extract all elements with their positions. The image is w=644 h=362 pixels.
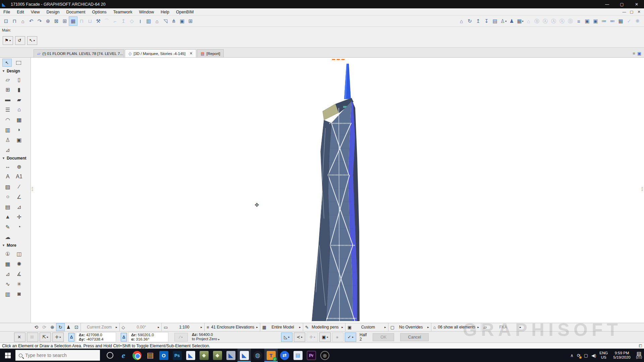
- section-tool[interactable]: ①: [2, 249, 13, 259]
- toolbox-section-design[interactable]: ▼ Design: [2, 68, 31, 74]
- library-manager-icon[interactable]: ⌂: [19, 17, 27, 25]
- beam-tool[interactable]: ▬: [2, 95, 13, 105]
- rebuild-story-icon[interactable]: ↻: [466, 17, 474, 25]
- figure-tool[interactable]: ▤: [2, 202, 13, 212]
- photoshop-icon[interactable]: Ps: [170, 349, 184, 362]
- list-remove-icon[interactable]: ≕: [608, 17, 616, 25]
- next-zoom-icon[interactable]: ⟳: [40, 323, 48, 331]
- undo-icon[interactable]: ↶: [27, 17, 35, 25]
- worksheet-tool[interactable]: ☁: [2, 232, 13, 242]
- tab-report[interactable]: ▤ [Report]: [197, 49, 224, 57]
- detail-tool[interactable]: ◔: [13, 222, 25, 232]
- menu-item[interactable]: View: [28, 8, 43, 16]
- lock-closed-icon[interactable]: ⊓: [77, 17, 86, 25]
- reference-frame-button[interactable]: ▣▸: [319, 333, 331, 342]
- fillet-icon[interactable]: ⌒: [103, 17, 111, 25]
- overrides-field[interactable]: ▢ No Overrides ▸: [388, 323, 431, 331]
- dz-value[interactable]: 56400.0: [199, 333, 213, 337]
- restore-button[interactable]: ▢: [614, 0, 629, 8]
- taskbar-search[interactable]: [15, 350, 100, 361]
- frame-view-2-icon[interactable]: ▣: [592, 17, 600, 25]
- line-tool[interactable]: ∕: [13, 182, 25, 192]
- pen-set-field[interactable]: ✎ Modelling pens ▸: [303, 323, 345, 331]
- notes-icon[interactable]: ▤: [291, 349, 305, 362]
- z-coordinate-field[interactable]: Δz: 56400.0 to Project Zero ▸: [189, 332, 229, 342]
- drawing-link-icon[interactable]: ▣: [178, 17, 186, 25]
- tray-display-icon[interactable]: ▢: [584, 353, 588, 358]
- image-tool[interactable]: ▥: [2, 289, 13, 299]
- rotate-view-button[interactable]: ↺: [15, 36, 25, 45]
- building-survey-icon[interactable]: ▥: [145, 17, 153, 25]
- document-window-controls[interactable]: —▢✕: [621, 10, 644, 14]
- notification-center[interactable]: ▤ (21): [636, 352, 642, 359]
- orbit-icon[interactable]: ↻: [56, 323, 64, 331]
- pop-up-navigator-icon[interactable]: ▣: [637, 51, 641, 56]
- tab-overview-icon[interactable]: ≡: [633, 51, 635, 56]
- label-style-3-icon[interactable]: Ⓐ: [550, 17, 558, 25]
- object-list-icon[interactable]: ♟: [508, 17, 516, 25]
- cortana-icon[interactable]: [103, 349, 117, 362]
- start-button[interactable]: [0, 349, 15, 362]
- internet-explorer-icon[interactable]: e: [117, 349, 130, 362]
- archicad-icon[interactable]: ◣: [184, 349, 197, 362]
- dr-value[interactable]: 590201.0: [138, 333, 154, 337]
- guid-icon[interactable]: ▦: [617, 17, 625, 25]
- wall-tool[interactable]: ▱: [2, 74, 13, 84]
- xy-coordinate-field[interactable]: Δx: 427098.0 Δy: -407338.4: [76, 332, 116, 342]
- tab-3d-marquee[interactable]: ◇ [3D / Marquee, Stories -4-145] ✕: [125, 49, 196, 57]
- marquee-select-tool[interactable]: [14, 59, 23, 66]
- label-style-2-icon[interactable]: Ⓐ: [541, 17, 549, 25]
- render-settings-icon[interactable]: ✺: [634, 17, 642, 25]
- circle-tool[interactable]: ○: [2, 192, 13, 202]
- fill-tool[interactable]: ▨: [2, 182, 13, 192]
- go-up-story-icon[interactable]: ↥: [474, 17, 482, 25]
- column-beam-icon[interactable]: I: [136, 17, 144, 25]
- ra-coordinate-field[interactable]: Δr: 590201.0 α: 316.36°: [128, 332, 168, 342]
- solid-operations-icon[interactable]: ◇: [128, 17, 136, 25]
- section-marker-tool[interactable]: ✛: [13, 212, 25, 222]
- elevation-tool[interactable]: ◫: [13, 249, 25, 259]
- obs-icon[interactable]: ◎: [318, 349, 331, 362]
- profile-manager-icon[interactable]: ⌂: [153, 17, 161, 25]
- frame-view-1-icon[interactable]: ▣: [583, 17, 591, 25]
- toolbox-section-document[interactable]: ▼ Document: [2, 155, 31, 162]
- menu-item[interactable]: Help: [157, 8, 173, 16]
- slab-tool[interactable]: ▰: [13, 95, 25, 105]
- close-button[interactable]: ✕: [629, 0, 644, 8]
- previous-zoom-icon[interactable]: ⟲: [32, 323, 40, 331]
- lock-layers-icon[interactable]: ⊓: [10, 17, 18, 25]
- publish-page-icon[interactable]: ▤: [491, 17, 499, 25]
- drawing-tool[interactable]: ✎: [2, 222, 13, 232]
- custom-field[interactable]: ▣ Custom ▸: [345, 323, 388, 331]
- tab-close-icon[interactable]: ✕: [190, 51, 193, 56]
- dy-value[interactable]: -407338.4: [86, 337, 104, 341]
- label-style-4-icon[interactable]: Ⓐ: [558, 17, 566, 25]
- menu-item[interactable]: File: [0, 8, 13, 16]
- hotspot-tool[interactable]: ✳: [13, 279, 25, 289]
- check-list-icon[interactable]: ✓: [625, 17, 633, 25]
- zone-tool[interactable]: ▣: [13, 135, 25, 145]
- angle-dimension-tool[interactable]: ∡: [13, 269, 25, 279]
- teamviewer-icon[interactable]: ⇄: [278, 349, 291, 362]
- home-story-icon[interactable]: ⌂: [525, 17, 533, 25]
- zoom-in-icon[interactable]: ⊕: [48, 323, 56, 331]
- dimension-tool[interactable]: ↔: [2, 162, 13, 172]
- artlantis-2-icon[interactable]: ◆: [211, 349, 224, 362]
- teams-icon[interactable]: T ✓: [264, 349, 278, 362]
- explore-walk-icon[interactable]: ♟: [64, 323, 72, 331]
- menu-item[interactable]: Options: [89, 8, 110, 16]
- archicad-blue-icon[interactable]: ◣: [224, 349, 237, 362]
- tray-update-icon[interactable]: ⟳: [577, 353, 581, 358]
- go-down-story-icon[interactable]: ↧: [483, 17, 491, 25]
- archicad-active-icon[interactable]: ◣: [237, 349, 251, 362]
- constraint-button[interactable]: ✕: [14, 333, 25, 342]
- orientation-field[interactable]: ◇ 0.00° ▸: [119, 323, 162, 331]
- menu-item[interactable]: Teamwork: [110, 8, 136, 16]
- fka-field[interactable]: ▱ FKA ▸: [481, 323, 523, 331]
- arrow-tool-button[interactable]: ↖▸: [27, 36, 37, 45]
- door-tool[interactable]: ▯: [13, 74, 25, 84]
- arrow-select-tool[interactable]: ↖: [3, 59, 11, 66]
- change-tool[interactable]: ⊿: [2, 269, 13, 279]
- stair-tool[interactable]: ☰: [2, 105, 13, 115]
- menu-item[interactable]: Edit: [13, 8, 28, 16]
